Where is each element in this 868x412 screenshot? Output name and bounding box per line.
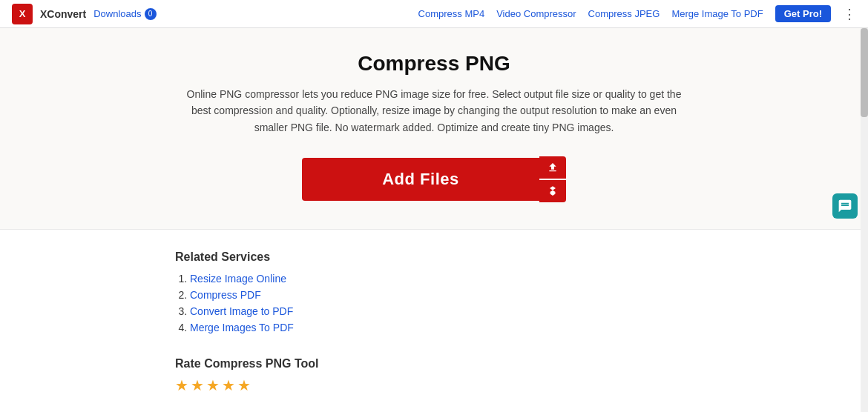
upload-from-device-button[interactable] xyxy=(539,156,566,179)
dropbox-icon xyxy=(547,185,559,197)
hero-description: Online PNG compressor lets you reduce PN… xyxy=(182,86,686,136)
list-item: Convert Image to PDF xyxy=(190,305,693,317)
downloads-button[interactable]: Downloads 0 xyxy=(93,8,156,20)
get-pro-button[interactable]: Get Pro! xyxy=(775,5,831,22)
scrollbar-thumb[interactable] xyxy=(861,28,868,117)
add-files-button[interactable]: Add Files xyxy=(302,158,539,201)
rate-section: Rate Compress PNG Tool ★ ★ ★ ★ ★ xyxy=(175,357,693,394)
list-item: Merge Images To PDF xyxy=(190,322,693,333)
nav-video-compressor[interactable]: Video Compressor xyxy=(496,8,576,19)
more-menu-icon[interactable]: ⋮ xyxy=(843,6,856,22)
nav-merge-image-pdf[interactable]: Merge Image To PDF xyxy=(671,8,763,19)
rate-section-heading: Rate Compress PNG Tool xyxy=(175,357,693,371)
brand-name: XConvert xyxy=(40,8,86,20)
related-link-merge-images-pdf[interactable]: Merge Images To PDF xyxy=(190,322,294,333)
star-5[interactable]: ★ xyxy=(237,376,251,394)
add-files-side-buttons xyxy=(539,156,566,202)
related-link-convert-image-pdf[interactable]: Convert Image to PDF xyxy=(190,305,293,317)
star-1[interactable]: ★ xyxy=(175,376,188,394)
related-link-compress-pdf[interactable]: Compress PDF xyxy=(190,289,261,301)
star-rating[interactable]: ★ ★ ★ ★ ★ xyxy=(175,376,693,394)
main-content: Compress PNG Online PNG compressor lets … xyxy=(0,28,868,412)
chat-icon xyxy=(838,199,852,213)
related-services-heading: Related Services xyxy=(175,250,693,264)
downloads-badge: 0 xyxy=(145,8,157,20)
related-link-resize[interactable]: Resize Image Online xyxy=(190,273,286,285)
nav-compress-jpeg[interactable]: Compress JPEG xyxy=(588,8,660,19)
logo-icon[interactable]: X xyxy=(12,4,33,24)
upload-from-dropbox-button[interactable] xyxy=(539,180,566,202)
add-files-area: Add Files xyxy=(293,156,575,202)
page-title: Compress PNG xyxy=(12,52,856,76)
scrollbar[interactable] xyxy=(861,0,868,412)
list-item: Compress PDF xyxy=(190,289,693,301)
nav-compress-mp4[interactable]: Compress MP4 xyxy=(418,8,485,19)
star-3[interactable]: ★ xyxy=(206,376,220,394)
star-4[interactable]: ★ xyxy=(222,376,235,394)
related-services-list: Resize Image Online Compress PDF Convert… xyxy=(175,273,693,333)
navbar-right: Compress MP4 Video Compressor Compress J… xyxy=(418,5,856,22)
upload-icon xyxy=(547,162,559,173)
star-2[interactable]: ★ xyxy=(191,376,204,394)
related-services-section: Related Services Resize Image Online Com… xyxy=(175,250,693,333)
navbar-left: X XConvert Downloads 0 xyxy=(12,4,157,24)
navbar: X XConvert Downloads 0 Compress MP4 Vide… xyxy=(0,0,868,28)
hero-section: Compress PNG Online PNG compressor lets … xyxy=(0,28,868,230)
chat-widget[interactable] xyxy=(832,193,858,219)
list-item: Resize Image Online xyxy=(190,273,693,285)
content-section: Related Services Resize Image Online Com… xyxy=(0,230,868,412)
